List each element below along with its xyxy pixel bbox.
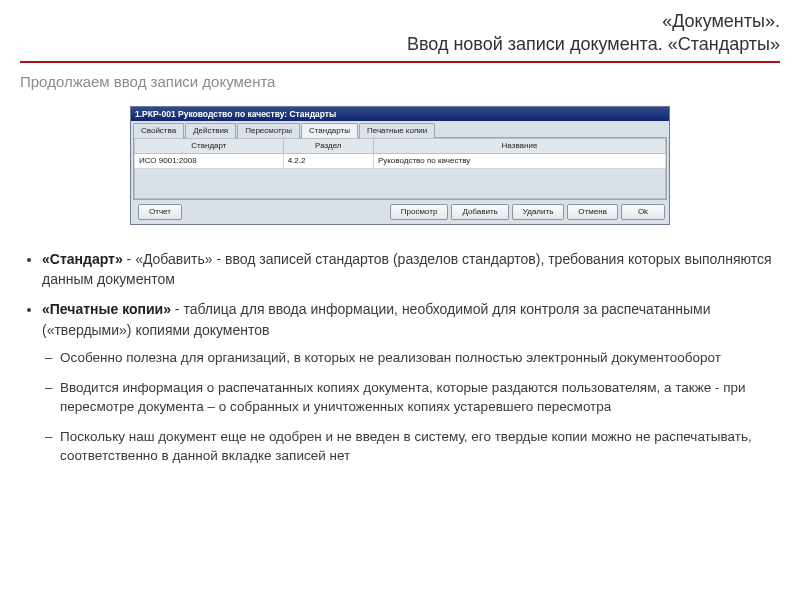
add-button[interactable]: Добавить	[451, 204, 508, 220]
tab-strip: Свойства Действия Пересмотры Стандарты П…	[131, 121, 669, 137]
heading-line-2: Ввод новой записи документа. «Стандарты»	[20, 33, 780, 56]
table-row[interactable]: ИСО 9001:2008 4.2.2 Руководство по качес…	[135, 153, 666, 168]
col-section: Раздел	[283, 138, 373, 153]
tab-panel: Стандарт Раздел Название ИСО 9001:2008 4…	[133, 137, 667, 200]
tab-revisions[interactable]: Пересмотры	[237, 123, 300, 138]
sub-bullet-2: Вводится информация о распечатанных копи…	[60, 378, 780, 417]
button-bar: Отчет Просмотр Добавить Удалить Отмена O…	[131, 200, 669, 224]
bullet-standard-strong: «Стандарт»	[42, 251, 123, 267]
body-content: «Стандарт» - «Добавить» - ввод записей с…	[20, 249, 780, 466]
app-window: 1.РКР-001 Руководство по качеству: Станд…	[130, 106, 670, 225]
col-standard: Стандарт	[135, 138, 284, 153]
table-empty-space	[135, 168, 666, 198]
page-heading: «Документы». Ввод новой записи документа…	[20, 10, 780, 57]
tab-printed-copies[interactable]: Печатные копии	[359, 123, 435, 138]
sub-bullet-3: Поскольку наш документ еще не одобрен и …	[60, 427, 780, 466]
bullet-printed: «Печатные копии» - таблица для ввода инф…	[42, 299, 780, 465]
cell-standard: ИСО 9001:2008	[135, 153, 284, 168]
tab-properties[interactable]: Свойства	[133, 123, 184, 138]
bullet-standard-text: - «Добавить» - ввод записей стандартов (…	[42, 251, 772, 287]
page-subheading: Продолжаем ввод записи документа	[20, 73, 780, 90]
view-button[interactable]: Просмотр	[390, 204, 449, 220]
tab-standards[interactable]: Стандарты	[301, 123, 358, 138]
cell-section: 4.2.2	[283, 153, 373, 168]
ok-button[interactable]: Ok	[621, 204, 665, 220]
heading-rule	[20, 61, 780, 63]
cancel-button[interactable]: Отмена	[567, 204, 618, 220]
remove-button[interactable]: Удалить	[512, 204, 565, 220]
cell-name: Руководство по качеству	[373, 153, 665, 168]
report-button[interactable]: Отчет	[138, 204, 182, 220]
bullet-standard: «Стандарт» - «Добавить» - ввод записей с…	[42, 249, 780, 290]
tab-actions[interactable]: Действия	[185, 123, 236, 138]
sub-bullet-1: Особенно полезна для организаций, в кото…	[60, 348, 780, 368]
heading-line-1: «Документы».	[20, 10, 780, 33]
standards-table: Стандарт Раздел Название ИСО 9001:2008 4…	[134, 138, 666, 199]
window-title: 1.РКР-001 Руководство по качеству: Станд…	[135, 108, 336, 120]
col-name: Название	[373, 138, 665, 153]
bullet-printed-strong: «Печатные копии»	[42, 301, 171, 317]
window-titlebar: 1.РКР-001 Руководство по качеству: Станд…	[131, 107, 669, 121]
